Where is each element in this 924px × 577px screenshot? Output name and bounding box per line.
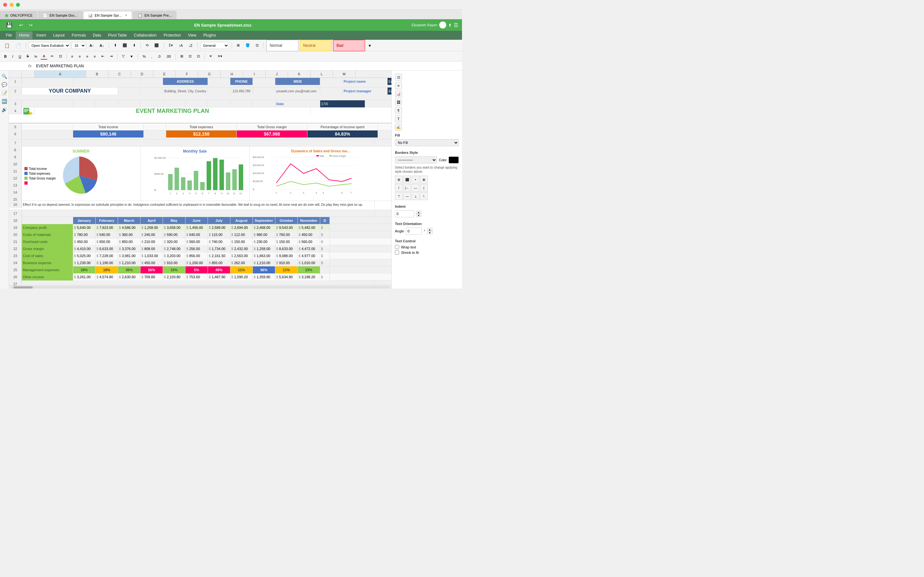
- cell-a6[interactable]: [22, 131, 73, 137]
- cell-k20[interactable]: $ 760.00: [275, 231, 298, 238]
- row-num-10[interactable]: 10: [9, 161, 22, 168]
- cell-j3[interactable]: [253, 100, 275, 107]
- cell-e1[interactable]: ADDRESS: [163, 78, 208, 85]
- cell-c20[interactable]: $ 540.00: [95, 231, 118, 238]
- tab-presentation[interactable]: 📋 EN Sample Pre...: [133, 11, 176, 19]
- close-button[interactable]: [3, 3, 7, 7]
- chat-sidebar-icon[interactable]: 💬: [1, 81, 8, 88]
- wrap-text-button[interactable]: ⬛: [152, 42, 161, 49]
- comma-button[interactable]: ,: [149, 53, 154, 60]
- copy-button[interactable]: 📄: [13, 42, 23, 49]
- cell-m23[interactable]: $: [320, 252, 330, 259]
- cell-f25[interactable]: 33%: [163, 266, 186, 274]
- cell-i18[interactable]: August: [230, 217, 253, 224]
- cell-b22[interactable]: $ 4,410.00: [73, 245, 95, 252]
- cell-b24[interactable]: $ 1,230.00: [73, 259, 95, 266]
- row-num-22[interactable]: 22: [9, 245, 22, 252]
- row-num-26[interactable]: 26: [9, 274, 22, 280]
- angle-input[interactable]: [406, 227, 422, 235]
- italic-button[interactable]: I: [10, 53, 15, 60]
- cell-a26[interactable]: Other income: [22, 274, 73, 280]
- sort-asc-button[interactable]: ↑A: [176, 42, 185, 49]
- cell-a23[interactable]: Cost of sales: [22, 252, 73, 259]
- cell-e3[interactable]: [141, 100, 163, 107]
- cell-j26[interactable]: $ 1,359.80: [253, 274, 275, 280]
- cell-d3[interactable]: [118, 100, 141, 107]
- cell-h21[interactable]: $ 740.00: [208, 238, 230, 245]
- border-left-btn[interactable]: |←: [403, 184, 411, 192]
- cell-m18[interactable]: D: [320, 217, 330, 224]
- cell-l2[interactable]: Ente: [388, 87, 391, 95]
- menu-plugins[interactable]: Plugins: [200, 31, 219, 39]
- cell-total-expenses-header[interactable]: Total expenses: [166, 123, 237, 131]
- cell-m25[interactable]: [320, 266, 330, 274]
- formula-input[interactable]: [34, 64, 462, 68]
- cell-a25[interactable]: Management expenses: [22, 266, 73, 274]
- cell-h24[interactable]: $ 855.00: [208, 259, 230, 266]
- cell-l24[interactable]: $ 1,010.00: [298, 259, 320, 266]
- menu-formula[interactable]: Formula: [68, 31, 89, 39]
- style-neutral[interactable]: Neutral: [300, 40, 332, 51]
- cell-j25[interactable]: 96%: [253, 266, 275, 274]
- cell-m20[interactable]: $: [320, 231, 330, 238]
- panel-chart-icon[interactable]: 📊: [395, 90, 402, 97]
- indent-dec-button[interactable]: ⇤: [99, 53, 107, 60]
- font-decrease-button[interactable]: A↓: [97, 42, 106, 49]
- cell-e23[interactable]: $ 1,033.00: [141, 252, 163, 259]
- cell-e26[interactable]: $ 709.80: [141, 274, 163, 280]
- border-none-btn[interactable]: ⊠: [420, 176, 428, 183]
- cell-c21[interactable]: $ 650.00: [95, 238, 118, 245]
- scrollbar-thumb-h[interactable]: [13, 286, 33, 289]
- cell-g20[interactable]: $ 640.00: [186, 231, 208, 238]
- sort-desc-button[interactable]: ↓Z: [186, 42, 195, 49]
- cond-format-button[interactable]: ⊞: [178, 53, 186, 60]
- cell-g24[interactable]: $ 1,200.00: [186, 259, 208, 266]
- col-header-c[interactable]: C: [108, 71, 131, 77]
- cell-l26[interactable]: $ 3,188.20: [298, 274, 320, 280]
- cell-c19[interactable]: $ 7,823.00: [95, 224, 118, 231]
- cell-g2[interactable]: 123,456,789: [230, 87, 253, 95]
- panel-sign-icon[interactable]: ✍: [395, 124, 402, 131]
- styles-dropdown[interactable]: ▾: [367, 42, 373, 49]
- cell-k18[interactable]: October: [275, 217, 298, 224]
- border-style-select[interactable]: ──────: [395, 156, 437, 163]
- bold-button[interactable]: B: [2, 53, 9, 60]
- menu-collaboration[interactable]: Collaboration: [131, 31, 160, 39]
- cell-a2[interactable]: YOUR COMPANY: [22, 87, 118, 95]
- cell-k2[interactable]: Project manager: [342, 87, 388, 95]
- translate-sidebar-icon[interactable]: 🔤: [1, 98, 8, 105]
- menu-data[interactable]: Data: [89, 31, 104, 39]
- cell-l3[interactable]: 17/0: [320, 100, 365, 107]
- cell-i20[interactable]: $ 112.00: [230, 231, 253, 238]
- cell-b23[interactable]: $ 5,025.00: [73, 252, 95, 259]
- cell-i26[interactable]: $ 1,590.20: [230, 274, 253, 280]
- col-header-f[interactable]: F: [176, 71, 198, 77]
- cell-e22[interactable]: $ 808.00: [141, 245, 163, 252]
- tab-close-icon[interactable]: ✕: [125, 13, 128, 17]
- col-header-i[interactable]: I: [243, 71, 266, 77]
- wrap-text-checkbox[interactable]: [395, 245, 399, 249]
- cell-total-expenses[interactable]: $12,158: [166, 131, 237, 137]
- col-header-l[interactable]: L: [310, 71, 333, 77]
- cell-d1[interactable]: [141, 78, 163, 85]
- cell-d26[interactable]: $ 2,630.60: [118, 274, 141, 280]
- cell-e21[interactable]: $ 210.00: [141, 238, 163, 245]
- comment-sidebar-icon[interactable]: 📝: [1, 90, 8, 96]
- cell-i23[interactable]: $ 2,563.00: [230, 252, 253, 259]
- row-num-1[interactable]: 1: [9, 78, 22, 85]
- clear2-button[interactable]: ✕▾: [215, 53, 225, 60]
- cell-c18[interactable]: February: [95, 217, 118, 224]
- angle-down-btn[interactable]: ▼: [427, 231, 433, 234]
- panel-cell-settings-icon[interactable]: ⊡: [395, 74, 402, 81]
- strikethrough-button[interactable]: S̶: [24, 53, 31, 60]
- cell-d21[interactable]: $ 850.00: [118, 238, 141, 245]
- col-header-b[interactable]: B: [86, 71, 108, 77]
- cell-k19[interactable]: $ 9,543.00: [275, 224, 298, 231]
- cell-f26[interactable]: $ 2,103.80: [163, 274, 186, 280]
- cell-g26[interactable]: $ 753.60: [186, 274, 208, 280]
- col-header-d[interactable]: D: [131, 71, 153, 77]
- row-num-8[interactable]: 8: [9, 147, 22, 153]
- cell-d2[interactable]: [141, 87, 163, 95]
- cell-m19[interactable]: $: [320, 224, 330, 231]
- spreadsheet-body[interactable]: 1 ADDRESS PHONE WEB Project name Ente 2 …: [9, 78, 391, 285]
